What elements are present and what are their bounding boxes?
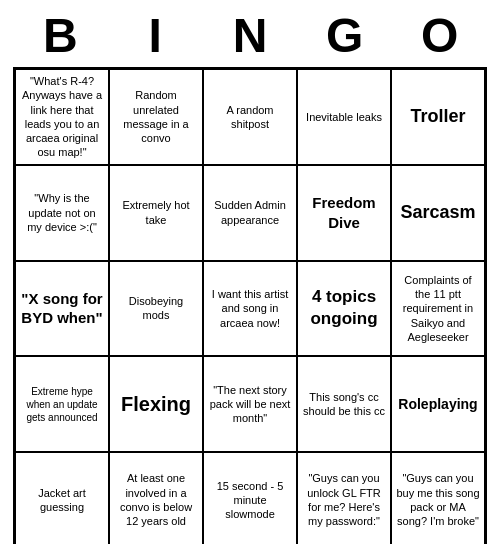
bingo-cell[interactable]: Random unrelated message in a convo [109,69,203,165]
letter-g: G [301,8,389,63]
bingo-cell[interactable]: "What's R-4? Anyways have a link here th… [15,69,109,165]
bingo-cell[interactable]: "Why is the update not on my device >:(" [15,165,109,261]
bingo-cell[interactable]: A random shitpost [203,69,297,165]
bingo-cell[interactable]: Extremely hot take [109,165,203,261]
bingo-card: B I N G O "What's R-4? Anyways have a li… [5,0,495,544]
letter-b: B [16,8,104,63]
bingo-cell[interactable]: Jacket art guessing [15,452,109,544]
bingo-cell[interactable]: Inevitable leaks [297,69,391,165]
bingo-cell[interactable]: Sudden Admin appearance [203,165,297,261]
letter-n: N [206,8,294,63]
bingo-title: B I N G O [13,8,487,63]
bingo-cell[interactable]: Troller [391,69,485,165]
bingo-cell[interactable]: Freedom Dive [297,165,391,261]
bingo-cell[interactable]: "The next story pack will be next month" [203,356,297,452]
bingo-grid: "What's R-4? Anyways have a link here th… [13,67,487,544]
bingo-cell[interactable]: This song's cc should be this cc [297,356,391,452]
letter-o: O [396,8,484,63]
bingo-cell[interactable]: Flexing [109,356,203,452]
bingo-cell[interactable]: Disobeying mods [109,261,203,357]
bingo-cell[interactable]: "Guys can you unlock GL FTR for me? Here… [297,452,391,544]
bingo-cell[interactable]: Roleplaying [391,356,485,452]
bingo-cell[interactable]: I want this artist and song in arcaea no… [203,261,297,357]
bingo-cell[interactable]: Complaints of the 11 ptt requirement in … [391,261,485,357]
letter-i: I [111,8,199,63]
bingo-cell[interactable]: At least one involved in a convo is belo… [109,452,203,544]
bingo-cell[interactable]: "Guys can you buy me this song pack or M… [391,452,485,544]
bingo-cell[interactable]: Sarcasm [391,165,485,261]
bingo-cell[interactable]: Extreme hype when an update gets announc… [15,356,109,452]
bingo-cell[interactable]: 15 second - 5 minute slowmode [203,452,297,544]
bingo-cell[interactable]: "X song for BYD when" [15,261,109,357]
bingo-cell[interactable]: 4 topics ongoing [297,261,391,357]
